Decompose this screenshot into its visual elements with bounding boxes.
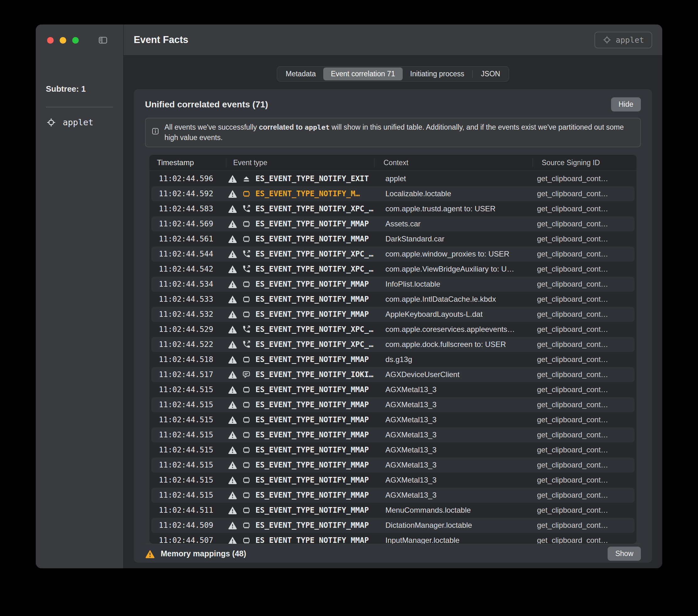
cell-timestamp: 11:02:44.532	[151, 310, 228, 319]
tab-metadata[interactable]: Metadata	[278, 68, 323, 80]
table-header: Timestamp Event type Context Source Sign…	[149, 155, 637, 171]
table-row[interactable]: 11:02:44.515 ES_EVENT_TYPE_NOTIFY_MMAP A…	[151, 442, 634, 457]
table-row[interactable]: 11:02:44.515 ES_EVENT_TYPE_NOTIFY_MMAP A…	[151, 382, 634, 397]
warning-icon	[145, 549, 155, 559]
cell-event-type: ES_EVENT_TYPE_NOTIFY_MMAP	[228, 506, 376, 515]
sidebar-item-applet[interactable]: applet	[46, 118, 94, 127]
table-row[interactable]: 11:02:44.511 ES_EVENT_TYPE_NOTIFY_MMAP M…	[151, 503, 634, 518]
hide-button[interactable]: Hide	[611, 97, 641, 111]
tab-initiating-process[interactable]: Initiating process	[403, 68, 472, 80]
table-row[interactable]: 11:02:44.542 ES_EVENT_TYPE_NOTIFY_XPC_… …	[151, 261, 634, 277]
memory-chip-icon	[242, 430, 251, 440]
event-correlation-panel: Unified correlated events (71) Hide All …	[134, 89, 652, 563]
table-row[interactable]: 11:02:44.515 ES_EVENT_TYPE_NOTIFY_MMAP A…	[151, 412, 634, 427]
table-row[interactable]: 11:02:44.515 ES_EVENT_TYPE_NOTIFY_MMAP A…	[151, 397, 634, 412]
cell-timestamp: 11:02:44.515	[151, 415, 228, 424]
cell-context: Assets.car	[376, 219, 534, 228]
table-row[interactable]: 11:02:44.515 ES_EVENT_TYPE_NOTIFY_MMAP A…	[151, 457, 634, 473]
table-row[interactable]: 11:02:44.596 ES_EVENT_TYPE_NOTIFY_EXIT a…	[151, 171, 634, 186]
table-row[interactable]: 11:02:44.515 ES_EVENT_TYPE_NOTIFY_MMAP A…	[151, 488, 634, 503]
table-row[interactable]: 11:02:44.509 ES_EVENT_TYPE_NOTIFY_MMAP D…	[151, 518, 634, 533]
cell-event-type: ES_EVENT_TYPE_NOTIFY_IOKI…	[228, 370, 376, 379]
cell-context: com.apple.IntlDataCache.le.kbdx	[376, 295, 534, 304]
event-type-label: ES_EVENT_TYPE_NOTIFY_MMAP	[255, 415, 369, 424]
table-row[interactable]: 11:02:44.583 ES_EVENT_TYPE_NOTIFY_XPC_… …	[151, 201, 634, 216]
cell-context: DictationManager.loctable	[376, 521, 534, 530]
cell-context: applet	[376, 174, 534, 183]
cell-event-type: ES_EVENT_TYPE_NOTIFY_MMAP	[228, 385, 376, 394]
tab-json[interactable]: JSON	[473, 68, 507, 80]
app-window: Subtree: 1 applet Event Facts applet Met…	[36, 25, 662, 568]
table-row[interactable]: 11:02:44.515 ES_EVENT_TYPE_NOTIFY_MMAP A…	[151, 473, 634, 488]
table-row[interactable]: 11:02:44.533 ES_EVENT_TYPE_NOTIFY_MMAP c…	[151, 292, 634, 307]
table-row[interactable]: 11:02:44.507 ES_EVENT_TYPE_NOTIFY_MMAP I…	[151, 533, 634, 544]
cell-source-signing-id: get_clipboard_cont…	[534, 234, 634, 243]
cell-event-type: ES_EVENT_TYPE_NOTIFY_MMAP	[228, 400, 376, 409]
warning-icon	[228, 279, 237, 289]
cell-source-signing-id: get_clipboard_cont…	[534, 385, 634, 394]
cell-timestamp: 11:02:44.596	[151, 174, 228, 183]
cell-timestamp: 11:02:44.533	[151, 295, 228, 304]
cell-event-type: ES_EVENT_TYPE_NOTIFY_MMAP	[228, 295, 376, 304]
close-window-button[interactable]	[47, 37, 54, 44]
sidebar-toggle-icon[interactable]	[97, 35, 109, 45]
cell-source-signing-id: get_clipboard_cont…	[534, 491, 634, 499]
tab-event-correlation-71[interactable]: Event correlation 71	[323, 68, 403, 80]
window-controls	[47, 37, 79, 44]
warning-icon	[228, 370, 237, 379]
cell-event-type: ES_EVENT_TYPE_NOTIFY_MMAP	[228, 521, 376, 530]
cell-source-signing-id: get_clipboard_cont…	[534, 189, 634, 198]
table-row[interactable]: 11:02:44.515 ES_EVENT_TYPE_NOTIFY_MMAP A…	[151, 427, 634, 442]
table-row[interactable]: 11:02:44.544 ES_EVENT_TYPE_NOTIFY_XPC_… …	[151, 246, 634, 261]
memory-chip-icon	[242, 400, 251, 409]
warning-icon	[228, 249, 237, 259]
cell-context: AGXMetal13_3	[376, 461, 534, 469]
memory-chip-icon	[242, 490, 251, 500]
cell-timestamp: 11:02:44.509	[151, 521, 228, 530]
cell-source-signing-id: get_clipboard_cont…	[534, 430, 634, 439]
table-row[interactable]: 11:02:44.592 ES_EVENT_TYPE_NOTIFY_M… Loc…	[151, 186, 634, 201]
zoom-window-button[interactable]	[72, 37, 79, 44]
memory-chip-icon	[242, 521, 251, 530]
cell-timestamp: 11:02:44.507	[151, 536, 228, 544]
sidebar-item-label: applet	[63, 118, 94, 127]
cell-source-signing-id: get_clipboard_cont…	[534, 370, 634, 379]
minimize-window-button[interactable]	[60, 37, 66, 44]
warning-icon	[228, 219, 237, 229]
cell-context: InputManager.loctable	[376, 536, 534, 544]
phone-call-icon	[242, 249, 251, 259]
cell-source-signing-id: get_clipboard_cont…	[534, 250, 634, 258]
cell-event-type: ES_EVENT_TYPE_NOTIFY_MMAP	[228, 460, 376, 470]
cell-event-type: ES_EVENT_TYPE_NOTIFY_EXIT	[228, 174, 376, 183]
cell-event-type: ES_EVENT_TYPE_NOTIFY_MMAP	[228, 355, 376, 364]
cell-timestamp: 11:02:44.544	[151, 250, 228, 258]
cell-context: AGXMetal13_3	[376, 430, 534, 439]
target-applet-button[interactable]: applet	[595, 32, 652, 49]
cell-source-signing-id: get_clipboard_cont…	[534, 521, 634, 530]
event-type-label: ES_EVENT_TYPE_NOTIFY_XPC_…	[255, 340, 374, 349]
cell-timestamp: 11:02:44.592	[151, 189, 228, 198]
cell-event-type: ES_EVENT_TYPE_NOTIFY_XPC_…	[228, 325, 376, 334]
warning-icon	[228, 325, 237, 334]
cell-context: ds.g13g	[376, 355, 534, 364]
cell-source-signing-id: get_clipboard_cont…	[534, 174, 634, 183]
table-row[interactable]: 11:02:44.517 ES_EVENT_TYPE_NOTIFY_IOKI… …	[151, 367, 634, 382]
table-row[interactable]: 11:02:44.529 ES_EVENT_TYPE_NOTIFY_XPC_… …	[151, 322, 634, 337]
cell-context: InfoPlist.loctable	[376, 280, 534, 289]
memory-chip-icon	[242, 310, 251, 319]
event-type-label: ES_EVENT_TYPE_NOTIFY_MMAP	[255, 234, 369, 243]
cell-context: AGXMetal13_3	[376, 476, 534, 484]
warning-icon	[228, 415, 237, 424]
table-row[interactable]: 11:02:44.569 ES_EVENT_TYPE_NOTIFY_MMAP A…	[151, 216, 634, 231]
memory-chip-icon	[242, 295, 251, 304]
phone-call-icon	[242, 325, 251, 334]
content-area: MetadataEvent correlation 71Initiating p…	[124, 56, 662, 568]
table-row[interactable]: 11:02:44.518 ES_EVENT_TYPE_NOTIFY_MMAP d…	[151, 352, 634, 367]
show-button[interactable]: Show	[608, 547, 641, 561]
table-row[interactable]: 11:02:44.561 ES_EVENT_TYPE_NOTIFY_MMAP D…	[151, 231, 634, 246]
event-type-label: ES_EVENT_TYPE_NOTIFY_MMAP	[255, 400, 369, 409]
table-row[interactable]: 11:02:44.534 ES_EVENT_TYPE_NOTIFY_MMAP I…	[151, 277, 634, 292]
table-row[interactable]: 11:02:44.522 ES_EVENT_TYPE_NOTIFY_XPC_… …	[151, 337, 634, 352]
table-row[interactable]: 11:02:44.532 ES_EVENT_TYPE_NOTIFY_MMAP A…	[151, 307, 634, 322]
memory-chip-icon	[242, 415, 251, 424]
